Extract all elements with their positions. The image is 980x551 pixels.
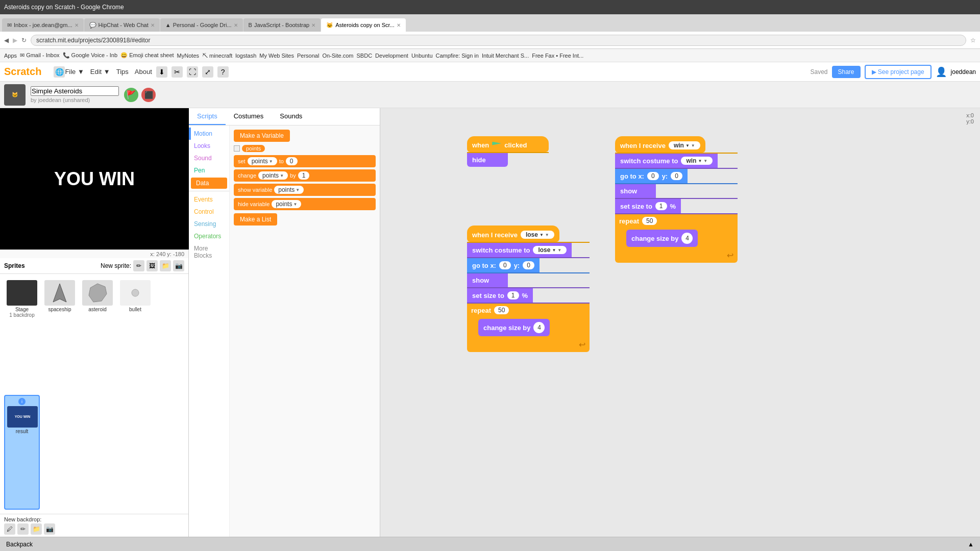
hide-block[interactable]: hide bbox=[467, 153, 508, 167]
set-variable-block[interactable]: set points to 0 bbox=[234, 155, 376, 167]
back-icon[interactable]: ◀ bbox=[4, 37, 9, 44]
nav-file[interactable]: File ▼ bbox=[65, 68, 84, 76]
category-data[interactable]: Data bbox=[191, 178, 227, 189]
sprite-item-bullet[interactable]: bullet bbox=[117, 278, 153, 393]
category-pen[interactable]: Pen bbox=[189, 164, 229, 177]
bookmark-gvoice[interactable]: 📞 Google Voice - Inb bbox=[63, 52, 118, 59]
goto-xy-lose-block[interactable]: go to x: 0 y: 0 bbox=[467, 258, 540, 272]
variable-checkbox[interactable] bbox=[234, 145, 240, 152]
change-size-lose-block[interactable]: change size by 4 bbox=[478, 319, 550, 336]
category-events[interactable]: Events bbox=[189, 193, 229, 206]
sprite-item-spaceship[interactable]: spaceship bbox=[42, 278, 78, 393]
tab-costumes[interactable]: Costumes bbox=[226, 108, 272, 125]
see-project-button[interactable]: ▶ See project page bbox=[865, 65, 932, 79]
bookmark-emoji[interactable]: 😀 Emoji cheat sheet bbox=[120, 52, 174, 59]
sprite-item-asteroid[interactable]: asteroid bbox=[80, 278, 115, 393]
change-value-input[interactable]: 1 bbox=[298, 171, 310, 180]
category-operators[interactable]: Operators bbox=[189, 230, 229, 242]
set-size-lose-block[interactable]: set size to 1 % bbox=[467, 288, 533, 303]
when-receive-lose-block[interactable]: when I receive lose ▼ bbox=[467, 226, 559, 242]
forward-icon[interactable]: ▶ bbox=[13, 37, 17, 44]
change-size-win-block[interactable]: change size by 4 bbox=[626, 230, 698, 247]
tab-close-icon[interactable]: ✕ bbox=[75, 22, 79, 28]
receive-win-dropdown[interactable]: win ▼ bbox=[669, 141, 700, 149]
win-goto-x-input[interactable]: 0 bbox=[647, 172, 659, 180]
tab-close-icon[interactable]: ✕ bbox=[151, 22, 155, 28]
folder-sprite-icon[interactable]: 📁 bbox=[160, 260, 171, 271]
category-motion[interactable]: Motion bbox=[189, 128, 229, 140]
change-size-value[interactable]: 4 bbox=[533, 322, 545, 333]
category-looks[interactable]: Looks bbox=[189, 140, 229, 152]
set-var-dropdown[interactable]: points bbox=[248, 157, 277, 165]
draw-backdrop-icon[interactable]: 🖊 bbox=[4, 523, 15, 535]
win-size-value-input[interactable]: 1 bbox=[655, 202, 667, 210]
goto-y-input[interactable]: 0 bbox=[523, 261, 534, 269]
nav-edit[interactable]: Edit ▼ bbox=[90, 68, 110, 76]
green-flag-button[interactable]: 🚩 bbox=[124, 88, 138, 102]
show-lose-block[interactable]: show bbox=[467, 273, 508, 287]
when-receive-win-block[interactable]: when I receive win ▼ bbox=[615, 136, 705, 153]
tab-close-icon[interactable]: ✕ bbox=[397, 22, 401, 28]
help-icon[interactable]: ? bbox=[217, 66, 229, 78]
show-win-block[interactable]: show bbox=[615, 184, 656, 198]
fullscreen-icon[interactable]: ⛶ bbox=[187, 66, 198, 78]
goto-x-input[interactable]: 0 bbox=[499, 261, 511, 269]
nav-about[interactable]: About bbox=[135, 68, 152, 76]
change-var-dropdown[interactable]: points bbox=[258, 171, 288, 180]
change-size-win-value[interactable]: 4 bbox=[681, 233, 693, 244]
camera-backdrop-icon[interactable]: 📷 bbox=[44, 523, 55, 535]
bookmark-onsite[interactable]: On-Site.com bbox=[322, 53, 353, 59]
draw-sprite-icon[interactable]: ✏ bbox=[133, 260, 144, 271]
hide-var-dropdown[interactable]: points bbox=[272, 200, 301, 208]
costume-win-dropdown[interactable]: win ▼ bbox=[681, 157, 713, 165]
scissor-icon[interactable]: ✂ bbox=[172, 66, 183, 78]
bookmark-star-icon[interactable]: ☆ bbox=[970, 37, 976, 44]
category-more-blocks[interactable]: More Blocks bbox=[189, 242, 229, 262]
sprite-item-result[interactable]: i YOU WIN result bbox=[4, 395, 40, 510]
globe-icon[interactable]: 🌐 bbox=[54, 66, 65, 78]
costume-lose-dropdown[interactable]: lose ▼ bbox=[533, 246, 567, 254]
win-goto-y-input[interactable]: 0 bbox=[671, 172, 682, 180]
copy-icon[interactable]: ⬇ bbox=[156, 66, 167, 78]
tab-close-icon[interactable]: ✕ bbox=[311, 22, 315, 28]
receive-lose-dropdown[interactable]: lose ▼ bbox=[521, 231, 554, 239]
bookmark-fax[interactable]: Free Fax • Free Int... bbox=[532, 53, 583, 59]
bookmark-apps[interactable]: Apps bbox=[4, 53, 17, 59]
tab-scripts[interactable]: Scripts bbox=[189, 108, 226, 125]
paint-backdrop-icon[interactable]: ✏ bbox=[17, 523, 29, 535]
bookmark-mywebsites[interactable]: My Web Sites bbox=[259, 53, 294, 59]
tab-sounds[interactable]: Sounds bbox=[272, 108, 310, 125]
bookmark-logstash[interactable]: logstash bbox=[235, 53, 256, 59]
tab-close-icon[interactable]: ✕ bbox=[234, 22, 238, 28]
folder-backdrop-icon[interactable]: 📁 bbox=[31, 523, 42, 535]
change-variable-block[interactable]: change points by 1 bbox=[234, 169, 376, 182]
bookmark-minecraft[interactable]: ⛏ minecraft bbox=[202, 53, 232, 59]
sprite-item-stage[interactable]: Stage 1 backdrop bbox=[4, 278, 40, 393]
bookmark-dev[interactable]: Development bbox=[375, 53, 408, 59]
backpack[interactable]: Backpack ▲ bbox=[0, 537, 980, 551]
expand-icon[interactable]: ⤢ bbox=[202, 66, 213, 78]
switch-costume-lose-block[interactable]: switch costume to lose ▼ bbox=[467, 243, 572, 257]
tab-gdrive[interactable]: ▲ Personal - Google Dri... ✕ bbox=[160, 18, 243, 32]
category-control[interactable]: Control bbox=[189, 206, 229, 218]
when-flag-clicked-block[interactable]: when clicked bbox=[467, 136, 549, 152]
bookmark-mynotes[interactable]: MyNotes bbox=[177, 53, 199, 59]
category-sensing[interactable]: Sensing bbox=[189, 218, 229, 230]
stop-button[interactable]: ⬛ bbox=[141, 88, 156, 102]
goto-xy-win-block[interactable]: go to x: 0 y: 0 bbox=[615, 169, 688, 183]
make-variable-button[interactable]: Make a Variable bbox=[234, 130, 290, 142]
bookmark-gmail[interactable]: ✉ Gmail - Inbox bbox=[20, 52, 59, 59]
nav-tips[interactable]: Tips bbox=[116, 68, 129, 76]
address-input[interactable] bbox=[31, 35, 966, 46]
bookmark-sbdc[interactable]: SBDC bbox=[357, 53, 373, 59]
make-list-button[interactable]: Make a List bbox=[234, 213, 277, 226]
bookmark-personal[interactable]: Personal bbox=[297, 53, 319, 59]
tab-scratch[interactable]: 🐱 Asteroids copy on Scr... ✕ bbox=[321, 18, 406, 32]
stamp-sprite-icon[interactable]: 🖼 bbox=[146, 260, 158, 271]
set-size-win-block[interactable]: set size to 1 % bbox=[615, 199, 681, 213]
camera-sprite-icon[interactable]: 📷 bbox=[173, 260, 184, 271]
show-variable-block[interactable]: show variable points bbox=[234, 184, 376, 196]
size-value-input[interactable]: 1 bbox=[507, 291, 519, 299]
repeat-win-value-input[interactable]: 50 bbox=[642, 217, 657, 225]
reload-icon[interactable]: ↻ bbox=[21, 37, 27, 44]
